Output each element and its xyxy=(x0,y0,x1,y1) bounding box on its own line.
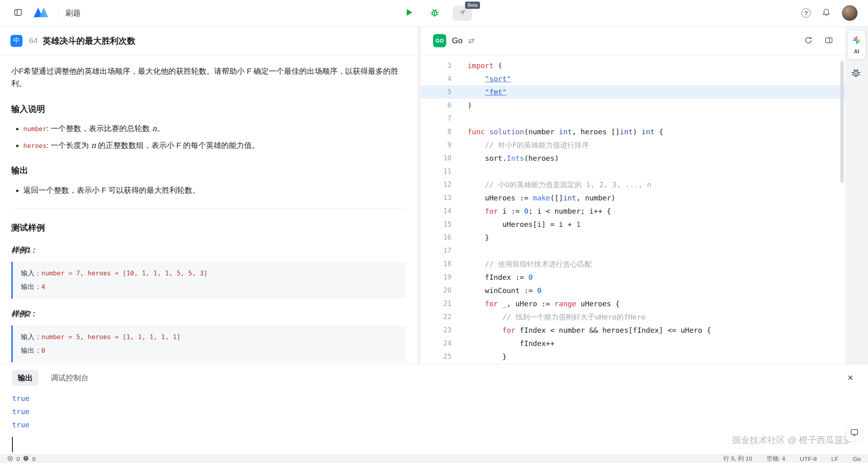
text-segment xyxy=(468,75,485,83)
layout-split-button[interactable] xyxy=(825,36,833,46)
sidebar-toggle-button[interactable] xyxy=(10,6,26,21)
text-segment: int xyxy=(620,127,633,136)
text-segment: for xyxy=(485,207,498,215)
code-line[interactable]: 16 } xyxy=(421,231,845,244)
line-number[interactable]: 14 xyxy=(421,204,451,218)
code-line[interactable]: 17 xyxy=(421,244,845,257)
run-button[interactable] xyxy=(401,6,417,21)
avatar[interactable] xyxy=(842,5,858,21)
text-segment: } xyxy=(468,352,507,361)
line-number[interactable]: 18 xyxy=(421,257,451,271)
code-line[interactable]: 10 sort.Ints(heroes) xyxy=(421,152,845,165)
code-line-text: sort.Ints(heroes) xyxy=(451,152,559,165)
code-line[interactable]: 25 } xyxy=(421,350,845,363)
code-line[interactable]: 19 fIndex := 0 xyxy=(421,271,845,284)
ai-assistant-button[interactable]: AI xyxy=(848,31,865,59)
indent-setting[interactable]: 空格: 4 xyxy=(766,455,785,463)
line-number[interactable]: 3 xyxy=(421,59,451,72)
code-line[interactable]: 11 xyxy=(421,165,845,178)
panel-splitter[interactable] xyxy=(417,26,421,364)
line-number[interactable]: 9 xyxy=(421,138,451,152)
topbar: 刷题 Beta ? xyxy=(0,0,868,26)
code-line[interactable]: 18 // 使用双指针技术进行贪心匹配 xyxy=(421,257,845,271)
code-line-text: import ( xyxy=(451,59,502,72)
debug-panel-button[interactable] xyxy=(851,67,861,79)
code-line[interactable]: 21 for _, uHero := range uHeroes { xyxy=(421,297,845,310)
topbar-right: ? xyxy=(801,5,858,21)
text-segment: number = 7, heroes = [10, 1, 1, 1, 5, 5,… xyxy=(41,269,207,277)
close-console-button[interactable]: ✕ xyxy=(847,373,854,382)
text-segment xyxy=(468,260,485,268)
line-number[interactable]: 4 xyxy=(421,72,451,85)
text-segment: { xyxy=(655,127,663,136)
text-segment: 输入： xyxy=(21,333,41,341)
debug-run-button[interactable] xyxy=(427,6,442,21)
line-number[interactable]: 6 xyxy=(421,99,451,112)
warnings-icon xyxy=(23,455,29,463)
line-number[interactable]: 10 xyxy=(421,152,451,165)
encoding-setting[interactable]: UTF-8 xyxy=(800,455,817,462)
code-line[interactable]: 12 // 小U的英雄能力值是固定的 1, 2, 3, ..., n xyxy=(421,178,845,191)
text-segment: winCount := xyxy=(468,286,537,295)
code-line[interactable]: 9 // 对小F的英雄能力值进行排序 xyxy=(421,138,845,152)
help-button[interactable]: ? xyxy=(801,8,811,18)
line-number[interactable]: 8 xyxy=(421,125,451,138)
code-line-text: fIndex := 0 xyxy=(451,271,533,284)
marscode-logo[interactable] xyxy=(33,7,51,20)
line-number[interactable]: 7 xyxy=(421,112,451,125)
line-number[interactable]: 13 xyxy=(421,191,451,204)
line-number[interactable]: 12 xyxy=(421,178,451,191)
line-number[interactable]: 24 xyxy=(421,337,451,350)
scrollbar-thumb[interactable] xyxy=(840,61,844,183)
line-number[interactable]: 16 xyxy=(421,231,451,244)
code-line[interactable]: 8func solution(number int, heroes []int)… xyxy=(421,125,845,138)
notifications-button[interactable] xyxy=(822,8,831,18)
problem-description: 小F希望通过调整他的英雄出场顺序，最大化他的获胜轮数。请帮助小 F 确定一个最佳… xyxy=(0,55,417,364)
code-line[interactable]: 24 fIndex++ xyxy=(421,337,845,350)
cursor-position[interactable]: 行 5, 列 10 xyxy=(724,455,752,463)
input-spec-item: heroes: 一个长度为 n 的正整数数组，表示小 F 的每个英雄的能力值。 xyxy=(23,139,406,152)
help-icon: ? xyxy=(801,8,811,18)
line-number[interactable]: 17 xyxy=(421,244,451,257)
line-number[interactable]: 23 xyxy=(421,323,451,337)
code-line[interactable]: 23 for fIndex < number && heroes[fIndex]… xyxy=(421,323,845,337)
console-tab[interactable]: 输出 xyxy=(12,370,39,386)
code-line[interactable]: 7 xyxy=(421,112,845,125)
line-number[interactable]: 15 xyxy=(421,218,451,231)
text-segment: fIndex < number && heroes[fIndex] <= uHe… xyxy=(515,326,711,334)
text-segment xyxy=(485,127,489,136)
text-segment: (number xyxy=(524,127,559,136)
text-segment: Ints xyxy=(507,154,524,162)
code-line-text xyxy=(451,112,468,125)
code-line[interactable]: 22 // 找到一个能力值刚好大于uHero的fHero xyxy=(421,310,845,323)
code-line[interactable]: 15 uHeroes[i] = i + 1 xyxy=(421,218,845,231)
text-segment: "sort" xyxy=(485,75,511,83)
problems-indicator[interactable]: 0 0 xyxy=(7,455,36,463)
console-tab[interactable]: 调试控制台 xyxy=(51,373,89,383)
line-number[interactable]: 5 xyxy=(421,85,451,99)
code-line[interactable]: 20 winCount := 0 xyxy=(421,284,845,297)
eol-setting[interactable]: LF xyxy=(831,455,838,462)
code-editor[interactable]: 3import (4 "sort"5 "fmt"6)78func solutio… xyxy=(421,55,845,364)
language-mode[interactable]: Go xyxy=(853,455,861,462)
line-number[interactable]: 19 xyxy=(421,271,451,284)
line-number[interactable]: 11 xyxy=(421,165,451,178)
code-line[interactable]: 3import ( xyxy=(421,59,845,72)
editor-scrollbar[interactable] xyxy=(840,61,844,346)
reset-code-button[interactable] xyxy=(804,36,813,46)
line-number[interactable]: 20 xyxy=(421,284,451,297)
line-number[interactable]: 21 xyxy=(421,297,451,310)
code-line[interactable]: 13 uHeroes := make([]int, number) xyxy=(421,191,845,204)
text-segment: func xyxy=(468,127,485,136)
text-segment: "fmt" xyxy=(485,88,506,96)
code-line[interactable]: 14 for i := 0; i < number; i++ { xyxy=(421,204,845,218)
code-line[interactable]: 6) xyxy=(421,99,845,112)
line-number[interactable]: 22 xyxy=(421,310,451,323)
terminal-toggle-button[interactable] xyxy=(846,425,863,441)
code-line[interactable]: 4 "sort" xyxy=(421,72,845,85)
line-number[interactable]: 25 xyxy=(421,350,451,363)
input-spec-list: number: 一个整数，表示比赛的总轮数 n。heroes: 一个长度为 n … xyxy=(11,122,406,152)
code-line-text: "sort" xyxy=(451,72,511,85)
switch-language-button[interactable]: ⇄ xyxy=(468,36,475,45)
code-line[interactable]: 5 "fmt" xyxy=(421,85,845,99)
